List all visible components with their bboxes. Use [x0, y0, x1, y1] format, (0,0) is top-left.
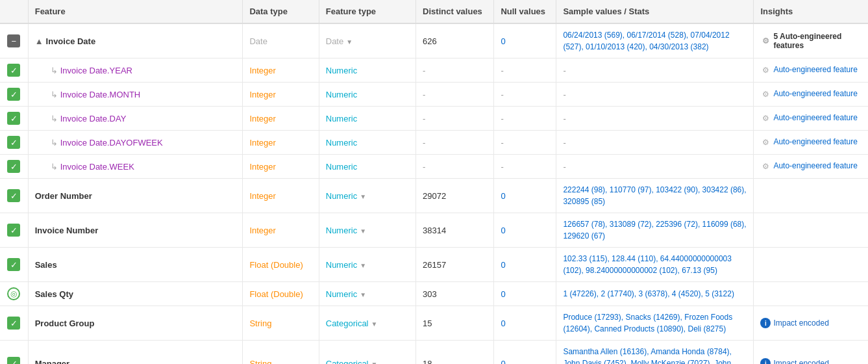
- dropdown-arrow-icon[interactable]: ▼: [371, 320, 378, 328]
- dash-value: -: [501, 90, 503, 99]
- sample-values-cell: -: [556, 58, 754, 83]
- checkbox-target[interactable]: ◎: [7, 287, 20, 300]
- dropdown-arrow-icon[interactable]: ▼: [360, 228, 366, 235]
- distinct-value: 26157: [423, 260, 446, 270]
- feature-cell: Product Group: [28, 306, 243, 341]
- sample-values-cell: Produce (17293), Snacks (14269), Frozen …: [556, 306, 754, 341]
- impact-label: Impact encoded: [773, 359, 828, 364]
- sub-arrow-icon: ↳: [51, 90, 58, 99]
- feature-cell: ↳Invoice Date.MONTH: [28, 83, 243, 107]
- feature-name: Order Number: [35, 191, 92, 201]
- col-header-feature: Feature: [28, 0, 243, 23]
- datatype-value: Integer: [249, 66, 275, 75]
- datatype-value: Float (Double): [249, 289, 303, 299]
- checkbox-cell[interactable]: ✓: [0, 155, 28, 179]
- col-header-insights: Insights: [754, 0, 868, 23]
- feature-cell: ▲Invoice Date: [28, 23, 243, 58]
- feature-name: ▲Invoice Date: [35, 36, 95, 46]
- datatype-cell: Float (Double): [243, 248, 319, 282]
- checkbox-checked[interactable]: ✓: [7, 160, 20, 173]
- datatype-value: String: [249, 318, 271, 328]
- checkbox-minus[interactable]: −: [7, 34, 20, 47]
- checkbox-checked[interactable]: ✓: [7, 189, 20, 202]
- distinct-values-cell: 18: [416, 341, 494, 365]
- checkbox-cell[interactable]: ✓: [0, 179, 28, 213]
- sub-arrow-icon: ↳: [51, 66, 58, 75]
- table-row: ✓Product GroupStringCategorical▼150Produ…: [0, 306, 868, 341]
- insights-content: ⚙5 Auto-engineered features: [760, 32, 862, 50]
- checkbox-cell[interactable]: ✓: [0, 341, 28, 365]
- null-values-cell: -: [494, 155, 556, 179]
- checkbox-checked[interactable]: ✓: [7, 317, 20, 330]
- distinct-value: 38314: [423, 226, 446, 235]
- null-value: 0: [501, 289, 505, 299]
- checkbox-cell[interactable]: ✓: [0, 83, 28, 107]
- checkbox-cell[interactable]: ✓: [0, 248, 28, 282]
- checkbox-cell[interactable]: ✓: [0, 213, 28, 248]
- datatype-value: Integer: [249, 138, 275, 148]
- checkbox-cell[interactable]: −: [0, 23, 28, 58]
- dropdown-arrow-icon[interactable]: ▼: [360, 291, 366, 298]
- gear-icon: ⚙: [760, 89, 771, 99]
- checkbox-checked[interactable]: ✓: [7, 136, 20, 149]
- dash-value: -: [501, 162, 503, 172]
- dash-value: -: [563, 114, 565, 124]
- sample-values-cell: 06/24/2013 (569), 06/17/2014 (528), 07/0…: [556, 23, 754, 58]
- col-header-checkbox: [0, 0, 28, 23]
- dropdown-arrow-icon[interactable]: ▼: [346, 38, 353, 46]
- featuretype-cell[interactable]: Date▼: [319, 23, 415, 58]
- feature-cell: ↳Invoice Date.DAY: [28, 107, 243, 131]
- checkbox-cell[interactable]: ✓: [0, 58, 28, 83]
- datatype-cell: Float (Double): [243, 282, 319, 306]
- checkbox-checked[interactable]: ✓: [7, 64, 20, 77]
- dropdown-arrow-icon[interactable]: ▼: [371, 361, 378, 365]
- distinct-values-cell: 15: [416, 306, 494, 341]
- feature-cell: Order Number: [28, 179, 243, 213]
- featuretype-cell[interactable]: Categorical▼: [319, 341, 415, 365]
- datatype-cell: String: [243, 341, 319, 365]
- null-value: 0: [501, 36, 505, 46]
- checkbox-checked[interactable]: ✓: [7, 357, 20, 364]
- sub-arrow-icon: ↳: [51, 114, 58, 124]
- checkbox-cell[interactable]: ✓: [0, 306, 28, 341]
- insights-content: iImpact encoded: [760, 318, 862, 328]
- feature-cell: Sales Qty: [28, 282, 243, 306]
- impact-label: Impact encoded: [773, 318, 828, 328]
- checkbox-checked[interactable]: ✓: [7, 224, 20, 237]
- insights-content: ⚙Auto-engineered feature: [760, 113, 862, 124]
- featuretype-cell[interactable]: Numeric▼: [319, 213, 415, 248]
- dropdown-arrow-icon[interactable]: ▼: [360, 262, 366, 269]
- dropdown-arrow-icon[interactable]: ▼: [360, 193, 366, 200]
- table-row: ✓↳Invoice Date.DAYOFWEEKIntegerNumeric--…: [0, 131, 868, 155]
- checkbox-checked[interactable]: ✓: [7, 258, 20, 271]
- featuretype-cell[interactable]: Numeric▼: [319, 248, 415, 282]
- gear-icon: ⚙: [760, 65, 771, 75]
- table-row: ✓↳Invoice Date.DAYIntegerNumeric---⚙Auto…: [0, 107, 868, 131]
- featuretype-value: Numeric: [326, 114, 357, 124]
- feature-name: Sales Qty: [35, 289, 73, 299]
- insights-cell: ⚙Auto-engineered feature: [754, 83, 868, 107]
- table-row: ✓↳Invoice Date.YEARIntegerNumeric---⚙Aut…: [0, 58, 868, 83]
- checkbox-checked[interactable]: ✓: [7, 88, 20, 101]
- checkbox-cell[interactable]: ✓: [0, 131, 28, 155]
- checkbox-cell[interactable]: ◎: [0, 282, 28, 306]
- sample-text: 1 (47226), 2 (17740), 3 (6378), 4 (4520)…: [563, 289, 734, 298]
- auto-engineered-label: Auto-engineered feature: [773, 89, 857, 98]
- table-row: ✓Invoice NumberIntegerNumeric▼3831401266…: [0, 213, 868, 248]
- feature-sub-name: ↳Invoice Date.WEEK: [35, 162, 134, 172]
- distinct-values-cell: -: [416, 107, 494, 131]
- featuretype-cell: Numeric: [319, 107, 415, 131]
- auto-engineered-label: Auto-engineered feature: [773, 113, 857, 122]
- sample-text: 102.33 (115), 128.44 (110), 64.440000000…: [563, 254, 732, 275]
- null-value: 0: [501, 260, 505, 270]
- featuretype-cell[interactable]: Numeric▼: [319, 282, 415, 306]
- datatype-value: Integer: [249, 90, 275, 99]
- checkbox-cell[interactable]: ✓: [0, 107, 28, 131]
- features-table: Feature Data type Feature type Distinct …: [0, 0, 868, 364]
- featuretype-cell[interactable]: Categorical▼: [319, 306, 415, 341]
- expand-icon[interactable]: ▲: [35, 36, 43, 46]
- null-value: 0: [501, 359, 505, 365]
- checkbox-checked[interactable]: ✓: [7, 112, 20, 125]
- featuretype-value: Date: [326, 36, 343, 46]
- featuretype-cell[interactable]: Numeric▼: [319, 179, 415, 213]
